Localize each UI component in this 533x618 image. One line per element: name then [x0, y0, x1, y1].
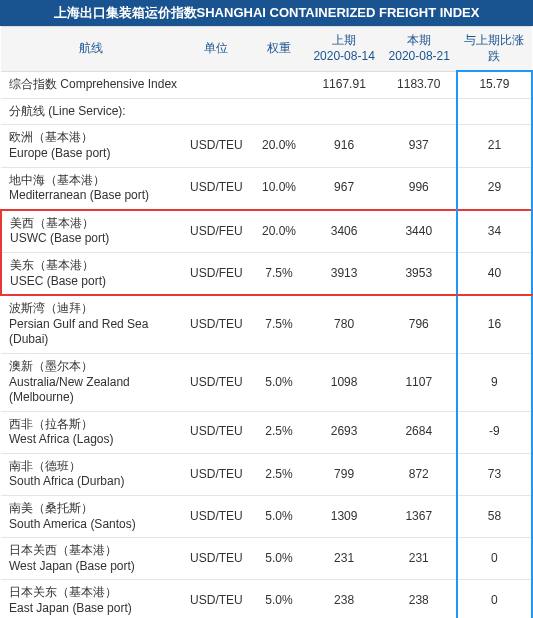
- cell-curr: 796: [382, 295, 457, 353]
- cell-diff: -9: [457, 411, 532, 453]
- cell-diff: 40: [457, 252, 532, 295]
- cell-unit: USD/TEU: [181, 580, 251, 618]
- cell-prev: 1167.91: [307, 71, 382, 98]
- cell-route: 综合指数 Comprehensive Index: [1, 71, 181, 98]
- cell-unit: USD/TEU: [181, 167, 251, 210]
- header-weight: 权重: [251, 27, 306, 72]
- cell-route: 欧洲（基本港） Europe (Base port): [1, 125, 181, 167]
- cell-weight: 7.5%: [251, 295, 306, 353]
- cell-curr: 937: [382, 125, 457, 167]
- cell-curr: 1107: [382, 353, 457, 411]
- cell-prev: 238: [307, 580, 382, 618]
- cell-weight: 5.0%: [251, 496, 306, 538]
- cell-prev: 916: [307, 125, 382, 167]
- page-title: 上海出口集装箱运价指数SHANGHAI CONTAINERIZED FREIGH…: [0, 0, 533, 26]
- table-row: 分航线 (Line Service):: [1, 98, 532, 125]
- cell-prev: 1309: [307, 496, 382, 538]
- cell-route: 南美（桑托斯） South America (Santos): [1, 496, 181, 538]
- cell-unit: USD/TEU: [181, 125, 251, 167]
- cell-prev: 1098: [307, 353, 382, 411]
- cell-prev: 967: [307, 167, 382, 210]
- cell-diff: 34: [457, 210, 532, 253]
- cell-diff: 15.79: [457, 71, 532, 98]
- table-row: 地中海（基本港） Mediterranean (Base port)USD/TE…: [1, 167, 532, 210]
- cell-curr: 2684: [382, 411, 457, 453]
- cell-route: 澳新（墨尔本） Australia/New Zealand (Melbourne…: [1, 353, 181, 411]
- cell-weight: [251, 98, 306, 125]
- cell-diff: 0: [457, 580, 532, 618]
- cell-unit: USD/TEU: [181, 353, 251, 411]
- cell-route: 西非（拉各斯） West Africa (Lagos): [1, 411, 181, 453]
- table-row: 西非（拉各斯） West Africa (Lagos)USD/TEU2.5%26…: [1, 411, 532, 453]
- cell-prev: 3913: [307, 252, 382, 295]
- table-row: 日本关东（基本港） East Japan (Base port)USD/TEU5…: [1, 580, 532, 618]
- cell-diff: 16: [457, 295, 532, 353]
- cell-diff: 73: [457, 453, 532, 495]
- cell-prev: [307, 98, 382, 125]
- cell-unit: USD/TEU: [181, 453, 251, 495]
- table-header-row: 航线 单位 权重 上期 2020-08-14 本期 2020-08-21 与上期…: [1, 27, 532, 72]
- table-row: 美西（基本港） USWC (Base port)USD/FEU20.0%3406…: [1, 210, 532, 253]
- table-row: 欧洲（基本港） Europe (Base port)USD/TEU20.0%91…: [1, 125, 532, 167]
- table-row: 南美（桑托斯） South America (Santos)USD/TEU5.0…: [1, 496, 532, 538]
- cell-route: 波斯湾（迪拜） Persian Gulf and Red Sea (Dubai): [1, 295, 181, 353]
- table-row: 澳新（墨尔本） Australia/New Zealand (Melbourne…: [1, 353, 532, 411]
- cell-curr: 3953: [382, 252, 457, 295]
- cell-unit: [181, 98, 251, 125]
- cell-curr: 996: [382, 167, 457, 210]
- header-diff: 与上期比涨跌: [457, 27, 532, 72]
- cell-weight: 5.0%: [251, 580, 306, 618]
- cell-weight: 10.0%: [251, 167, 306, 210]
- cell-weight: 7.5%: [251, 252, 306, 295]
- cell-unit: USD/TEU: [181, 538, 251, 580]
- cell-route: 美西（基本港） USWC (Base port): [1, 210, 181, 253]
- cell-diff: [457, 98, 532, 125]
- cell-route: 日本关东（基本港） East Japan (Base port): [1, 580, 181, 618]
- table-row: 日本关西（基本港） West Japan (Base port)USD/TEU5…: [1, 538, 532, 580]
- cell-route: 分航线 (Line Service):: [1, 98, 181, 125]
- cell-unit: USD/TEU: [181, 295, 251, 353]
- cell-route: 地中海（基本港） Mediterranean (Base port): [1, 167, 181, 210]
- cell-prev: 799: [307, 453, 382, 495]
- cell-curr: 872: [382, 453, 457, 495]
- cell-diff: 0: [457, 538, 532, 580]
- cell-prev: 3406: [307, 210, 382, 253]
- cell-route: 美东（基本港） USEC (Base port): [1, 252, 181, 295]
- cell-diff: 21: [457, 125, 532, 167]
- cell-curr: 238: [382, 580, 457, 618]
- cell-curr: 231: [382, 538, 457, 580]
- header-curr: 本期 2020-08-21: [382, 27, 457, 72]
- cell-weight: 5.0%: [251, 538, 306, 580]
- cell-weight: 5.0%: [251, 353, 306, 411]
- cell-weight: 2.5%: [251, 411, 306, 453]
- cell-unit: USD/FEU: [181, 210, 251, 253]
- cell-route: 日本关西（基本港） West Japan (Base port): [1, 538, 181, 580]
- cell-curr: [382, 98, 457, 125]
- cell-prev: 780: [307, 295, 382, 353]
- cell-route: 南非（德班） South Africa (Durban): [1, 453, 181, 495]
- cell-diff: 58: [457, 496, 532, 538]
- cell-prev: 231: [307, 538, 382, 580]
- cell-unit: [181, 71, 251, 98]
- table-row: 南非（德班） South Africa (Durban)USD/TEU2.5%7…: [1, 453, 532, 495]
- cell-diff: 9: [457, 353, 532, 411]
- cell-weight: [251, 71, 306, 98]
- table-row: 综合指数 Comprehensive Index1167.911183.7015…: [1, 71, 532, 98]
- table-body: 综合指数 Comprehensive Index1167.911183.7015…: [1, 71, 532, 618]
- cell-curr: 3440: [382, 210, 457, 253]
- freight-index-table: 航线 单位 权重 上期 2020-08-14 本期 2020-08-21 与上期…: [0, 26, 533, 618]
- table-row: 波斯湾（迪拜） Persian Gulf and Red Sea (Dubai)…: [1, 295, 532, 353]
- cell-curr: 1367: [382, 496, 457, 538]
- cell-unit: USD/TEU: [181, 496, 251, 538]
- cell-weight: 20.0%: [251, 125, 306, 167]
- header-unit: 单位: [181, 27, 251, 72]
- cell-prev: 2693: [307, 411, 382, 453]
- cell-diff: 29: [457, 167, 532, 210]
- cell-unit: USD/FEU: [181, 252, 251, 295]
- cell-weight: 20.0%: [251, 210, 306, 253]
- header-route: 航线: [1, 27, 181, 72]
- cell-weight: 2.5%: [251, 453, 306, 495]
- cell-curr: 1183.70: [382, 71, 457, 98]
- table-row: 美东（基本港） USEC (Base port)USD/FEU7.5%39133…: [1, 252, 532, 295]
- cell-unit: USD/TEU: [181, 411, 251, 453]
